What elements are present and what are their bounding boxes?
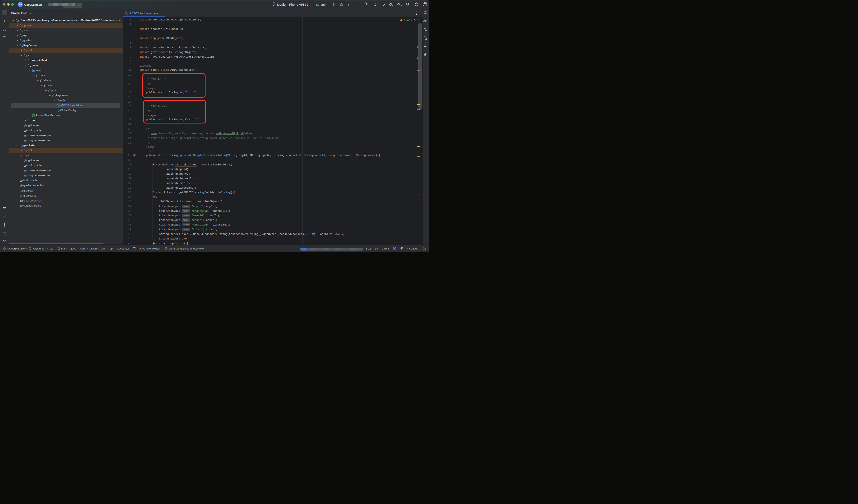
svg-text:C: C [58,105,59,107]
svg-text:m: m [165,248,167,250]
svg-text:C: C [58,110,59,112]
svg-text:M: M [33,115,34,117]
svg-text:C: C [126,13,128,14]
svg-text:C: C [134,248,136,250]
svg-text:A: A [374,4,376,6]
